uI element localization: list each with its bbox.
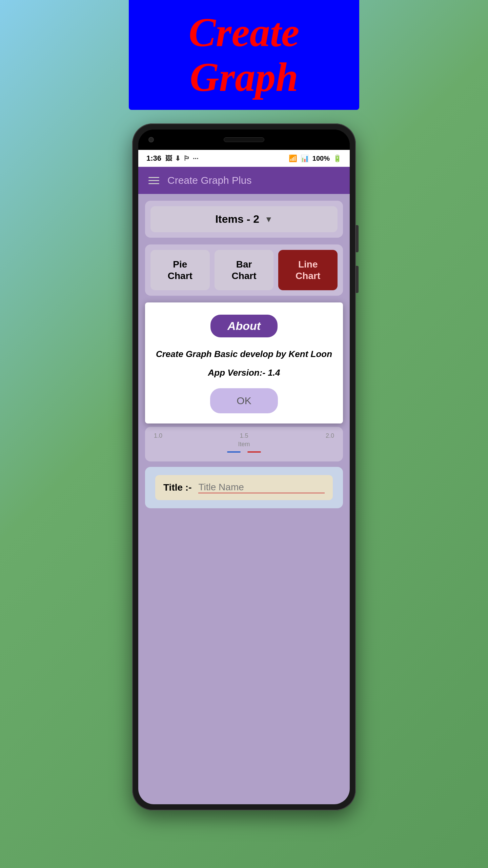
about-title-text: About bbox=[227, 319, 261, 332]
status-right: 📶 📊 100% 🔋 bbox=[289, 154, 342, 162]
dialog-ok-button[interactable]: OK bbox=[210, 388, 278, 413]
title-label: Title :- bbox=[163, 482, 191, 493]
status-notification-icons: 🖼 ⬇ 🏳 ··· bbox=[165, 154, 199, 162]
dialog-ok-text: OK bbox=[237, 395, 251, 406]
x-label-2: 1.5 bbox=[240, 432, 248, 439]
dialog-body-line1: Create Graph Basic develop by Kent Loon bbox=[155, 348, 333, 361]
hamburger-line-1 bbox=[148, 177, 159, 178]
title-input-row: Title :- bbox=[155, 475, 333, 500]
battery-icon: 🔋 bbox=[333, 154, 342, 162]
line-chart-label-2: Chart bbox=[284, 270, 332, 282]
bar-chart-label-2: Chart bbox=[220, 270, 268, 282]
x-label-1: 1.0 bbox=[154, 432, 162, 439]
app-bar: Create Graph Plus bbox=[138, 167, 350, 194]
banner-title: Create Graph bbox=[142, 10, 346, 100]
chart-legend bbox=[150, 448, 338, 456]
pie-chart-label-2: Chart bbox=[156, 270, 204, 282]
phone-inner: 1:36 🖼 ⬇ 🏳 ··· 📶 📊 100% 🔋 bbox=[138, 130, 350, 804]
status-time: 1:36 bbox=[146, 154, 161, 163]
chart-area: 1.0 1.5 2.0 Item bbox=[145, 427, 343, 461]
bar-chart-button[interactable]: Bar Chart bbox=[215, 250, 274, 290]
legend-line-1 bbox=[227, 451, 241, 453]
x-label-3: 2.0 bbox=[326, 432, 334, 439]
more-icon: ··· bbox=[193, 155, 199, 162]
app-content: Items - 2 ▼ Pie Chart Bar Chart bbox=[138, 194, 350, 804]
status-left: 1:36 🖼 ⬇ 🏳 ··· bbox=[146, 154, 199, 163]
items-dropdown[interactable]: Items - 2 ▼ bbox=[150, 206, 338, 232]
dropdown-arrow-icon: ▼ bbox=[265, 215, 273, 224]
hamburger-menu[interactable] bbox=[148, 177, 159, 184]
chart-buttons-row: Pie Chart Bar Chart Line Chart bbox=[150, 250, 338, 290]
app-bar-title: Create Graph Plus bbox=[167, 175, 251, 186]
phone-outer: 1:36 🖼 ⬇ 🏳 ··· 📶 📊 100% 🔋 bbox=[132, 123, 356, 810]
items-label: Items - 2 bbox=[215, 213, 259, 225]
dialog-body-line2: App Version:- 1.4 bbox=[155, 368, 333, 378]
bar-chart-label-1: Bar bbox=[220, 259, 268, 270]
legend-item-1 bbox=[227, 451, 241, 453]
title-name-input[interactable] bbox=[198, 482, 325, 493]
signal-icon: 📊 bbox=[301, 154, 309, 162]
download-icon: ⬇ bbox=[175, 154, 181, 162]
wifi-icon: 📶 bbox=[289, 154, 297, 162]
dialog-box: About Create Graph Basic develop by Kent… bbox=[145, 302, 343, 423]
chart-x-labels: 1.0 1.5 2.0 bbox=[150, 432, 338, 439]
pie-chart-button[interactable]: Pie Chart bbox=[150, 250, 210, 290]
phone-top-bar bbox=[138, 130, 350, 150]
title-input-container: Title :- bbox=[145, 467, 343, 508]
top-banner: Create Graph bbox=[129, 0, 359, 110]
battery-percent: 100% bbox=[312, 155, 330, 162]
front-camera bbox=[148, 137, 154, 142]
status-bar: 1:36 🖼 ⬇ 🏳 ··· 📶 📊 100% 🔋 bbox=[138, 150, 350, 167]
phone-speaker bbox=[224, 137, 264, 142]
about-title-button[interactable]: About bbox=[210, 315, 278, 337]
hamburger-line-3 bbox=[148, 183, 159, 184]
items-dropdown-container: Items - 2 ▼ bbox=[145, 201, 343, 238]
volume-down-button[interactable] bbox=[356, 266, 359, 293]
chart-buttons-container: Pie Chart Bar Chart Line Chart bbox=[145, 244, 343, 296]
flag-icon: 🏳 bbox=[183, 155, 190, 162]
chart-item-label: Item bbox=[150, 441, 338, 448]
line-chart-label-1: Line bbox=[284, 259, 332, 270]
legend-line-2 bbox=[247, 451, 261, 453]
line-chart-button[interactable]: Line Chart bbox=[278, 250, 338, 290]
hamburger-line-2 bbox=[148, 180, 159, 181]
volume-up-button[interactable] bbox=[356, 225, 359, 252]
pie-chart-label-1: Pie bbox=[156, 259, 204, 270]
phone-container: 1:36 🖼 ⬇ 🏳 ··· 📶 📊 100% 🔋 bbox=[132, 123, 356, 810]
about-dialog: About Create Graph Basic develop by Kent… bbox=[145, 302, 343, 423]
legend-item-2 bbox=[247, 451, 261, 453]
gallery-icon: 🖼 bbox=[165, 155, 172, 162]
